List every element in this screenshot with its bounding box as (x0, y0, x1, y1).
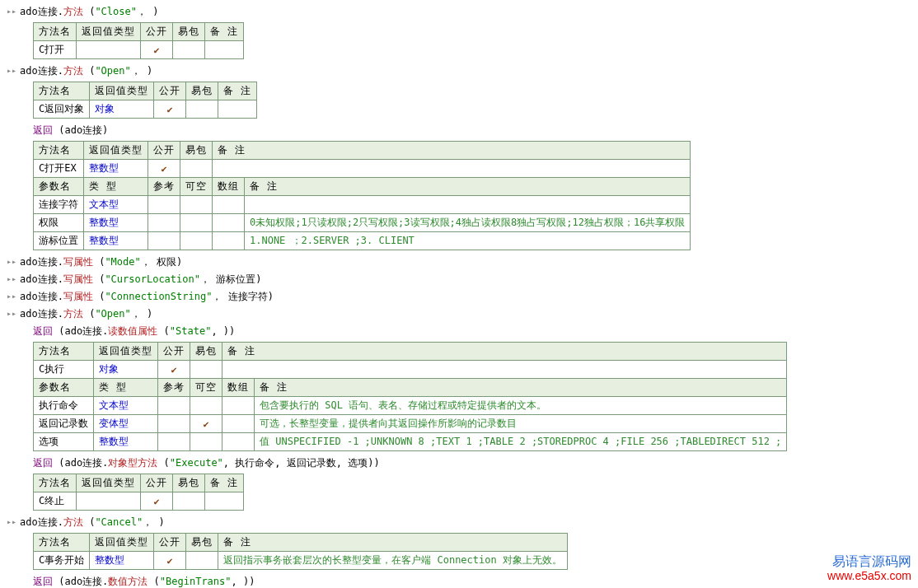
code-line: ▸▸ado连接.写属性 ("ConnectionString"， 连接字符) (7, 288, 911, 306)
method-table: 方法名返回值类型公开易包备 注 C终止✔ (33, 474, 244, 511)
return-line: 返回 (ado连接.数值方法 ("BeginTrans", )) (7, 573, 911, 588)
code-line: ▸▸ado连接.方法 ("Open"， ) (7, 306, 911, 323)
obj-ref: ado连接 (20, 6, 58, 17)
th-note: 备 注 (205, 23, 244, 41)
check-icon: ✔ (141, 492, 173, 511)
code-line: ▸▸ ado连接.方法 ("Open"， ) (7, 63, 911, 80)
method-table: 方法名返回值类型公开易包备 注 C打开✔ (33, 22, 244, 59)
check-icon: ✔ (154, 552, 186, 570)
check-icon: ✔ (141, 41, 173, 59)
method-param-table: 方法名返回值类型公开易包备 注 C打开EX整数型✔ 参数名类 型参考可空数组备 … (33, 141, 691, 250)
th-ret: 返回值类型 (77, 23, 141, 41)
th-name: 方法名 (34, 23, 77, 41)
code-line: ▸▸ado连接.写属性 ("Mode"， 权限) (7, 254, 911, 271)
check-icon: ✔ (148, 160, 180, 178)
cell-name: C打开 (34, 41, 77, 59)
method-table: 方法名返回值类型公开易包备 注 C事务开始整数型✔返回指示事务嵌套层次的长整型变… (33, 533, 568, 570)
method-param-table: 方法名返回值类型公开易包备 注 C执行对象✔ 参数名类 型参考可空数组备 注 执… (33, 342, 787, 451)
return-line: 返回 (ado连接.读数值属性 ("State", )) (7, 323, 911, 340)
code-line: ▸▸ado连接.方法 ("Cancel"， ) (7, 514, 911, 531)
check-icon: ✔ (154, 100, 186, 119)
check-icon: ✔ (190, 415, 222, 433)
check-icon: ✔ (158, 361, 190, 379)
method-kw: 方法 (63, 6, 83, 17)
th-ez: 易包 (173, 23, 205, 41)
return-line: 返回 (ado连接.对象型方法 ("Execute", 执行命令, 返回记录数,… (7, 455, 911, 472)
watermark-url: www.e5a5x.com (827, 569, 911, 583)
string-lit: "Close" (95, 6, 137, 17)
method-table: 方法名返回值类型公开易包备 注 C返回对象对象✔ (33, 82, 257, 119)
th-pub: 公开 (141, 23, 173, 41)
code-line: ▸▸ ado连接.方法 ("Close"， ) (7, 3, 911, 21)
return-line: 返回 (ado连接) (7, 122, 911, 139)
watermark: 易语言源码网 www.e5a5x.com (827, 553, 911, 583)
type-link[interactable]: 对象 (90, 100, 154, 119)
code-line: ▸▸ado连接.写属性 ("CursorLocation"， 游标位置) (7, 271, 911, 288)
watermark-title: 易语言源码网 (827, 553, 911, 569)
